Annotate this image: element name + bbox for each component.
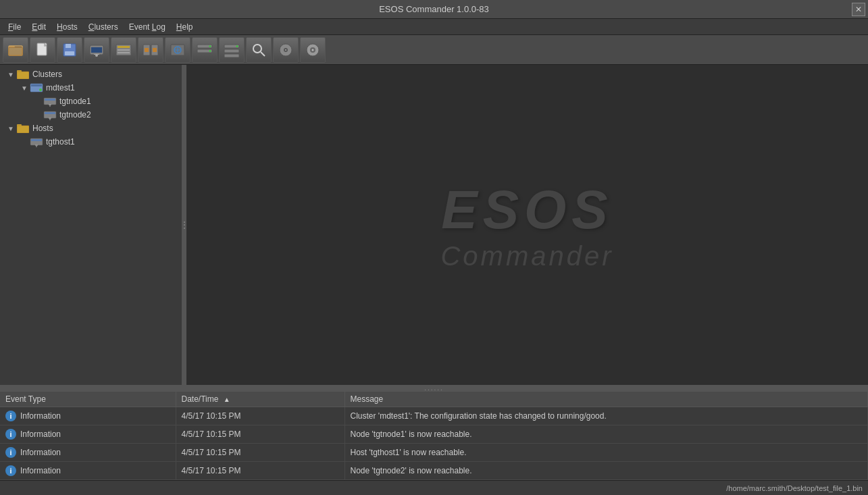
title-bar: ESOS Commander 1.0.0-83 ✕ (0, 0, 868, 19)
toolbar-btn-cluster[interactable] (192, 37, 218, 63)
event-type-cell-3: i Information (0, 444, 176, 462)
info-icon-2: i (5, 429, 16, 440)
toolbar-btn-config2[interactable] (138, 37, 163, 63)
event-message-4: Node 'tgtnode2' is now reachable. (344, 462, 868, 480)
close-button[interactable]: ✕ (852, 3, 865, 16)
title-bar-text: ESOS Commander 1.0.0-83 (379, 4, 489, 14)
event-row-2[interactable]: i Information 4/5/17 10:15 PMNode 'tgtno… (0, 425, 868, 444)
logo-panel: ESOS Commander (186, 65, 868, 385)
svg-rect-41 (17, 70, 22, 72)
tree-label-mdtest1: mdtest1 (46, 83, 75, 93)
event-message-2: Node 'tgtnode1' is now reachable. (344, 425, 868, 444)
svg-point-31 (236, 45, 238, 47)
event-datetime-3: 4/5/17 10:15 PM (176, 444, 344, 462)
event-message-3: Host 'tgthost1' is now reachable. (344, 444, 868, 462)
event-datetime-2: 4/5/17 10:15 PM (176, 425, 344, 444)
event-type-label-4: Information (20, 466, 61, 475)
logo-commander: Commander (440, 241, 613, 271)
event-message-1: Cluster 'mdtest1': The configuration sta… (344, 407, 868, 425)
event-type-label-1: Information (20, 411, 61, 421)
svg-rect-54 (17, 126, 29, 133)
event-datetime-1: 4/5/17 10:15 PM (176, 407, 344, 425)
svg-rect-55 (17, 124, 22, 126)
tree-label-tgthost1: tgthost1 (46, 137, 75, 147)
svg-rect-11 (94, 54, 99, 55)
event-type-cell-1: i Information (0, 407, 176, 425)
logo-container: ESOS Commander (440, 179, 613, 271)
menu-event-log[interactable]: Event Log (124, 21, 171, 33)
tree-node-clusters[interactable]: ▼ Clusters (0, 68, 182, 81)
tree-node-hosts[interactable]: ▼ Hosts (0, 122, 182, 135)
event-row-4[interactable]: i Information 4/5/17 10:15 PMNode 'tgtno… (0, 462, 868, 480)
node-icon-tgtnode1 (43, 96, 57, 107)
folder-icon-clusters (16, 69, 30, 80)
toolbar-btn-network[interactable] (165, 37, 190, 63)
logo-esos: ESOS (441, 179, 613, 241)
svg-rect-7 (65, 51, 74, 55)
event-table-header: Event Type Date/Time ▲ Message (0, 392, 868, 407)
col-header-datetime[interactable]: Date/Time ▲ (176, 392, 344, 407)
status-bar: /home/marc.smith/Desktop/test_file_1.bin (0, 480, 868, 495)
toolbar-btn-connect[interactable] (219, 37, 245, 63)
tree-label-tgtnode2: tgtnode2 (59, 110, 91, 120)
toolbar-btn-save[interactable] (57, 37, 82, 63)
tree-arrow-hosts: ▼ (5, 123, 16, 134)
svg-point-27 (209, 50, 211, 52)
event-row-1[interactable]: i Information 4/5/17 10:15 PMCluster 'md… (0, 407, 868, 425)
toolbar-btn-optical[interactable] (300, 37, 326, 63)
svg-rect-40 (17, 72, 29, 79)
toolbar-btn-open[interactable] (3, 37, 28, 63)
tree-node-tgtnode2[interactable]: ▶ tgtnode2 (0, 108, 182, 122)
svg-point-32 (253, 45, 261, 53)
main-content: ▼ Clusters ▼ (0, 65, 868, 480)
menu-file[interactable]: File (3, 21, 26, 33)
col-header-message[interactable]: Message (344, 392, 868, 407)
folder-icon-hosts (16, 123, 30, 134)
toolbar-btn-new[interactable] (30, 37, 55, 63)
menu-help[interactable]: Help (171, 21, 199, 33)
svg-rect-51 (45, 112, 55, 114)
tree-label-hosts: Hosts (32, 124, 53, 133)
tree-arrow-mdtest1: ▼ (19, 82, 30, 93)
info-icon-1: i (5, 411, 16, 421)
tree-panel: ▼ Clusters ▼ (0, 65, 182, 385)
toolbar-btn-config1[interactable] (111, 37, 136, 63)
event-type-label-3: Information (20, 448, 61, 457)
svg-rect-44 (31, 84, 42, 86)
splitter-handle[interactable] (0, 385, 868, 390)
tree-arrow-clusters: ▼ (5, 69, 16, 80)
svg-rect-18 (145, 48, 149, 52)
event-type-label-2: Information (20, 429, 61, 439)
svg-rect-14 (118, 49, 130, 51)
event-log-body: i Information 4/5/17 10:15 PMCluster 'md… (0, 407, 868, 480)
tree-node-tgtnode1[interactable]: ▶ tgtnode1 (0, 95, 182, 108)
svg-rect-9 (91, 47, 102, 53)
svg-rect-15 (118, 52, 130, 53)
toolbar-btn-disk[interactable] (273, 37, 299, 63)
tree-node-tgthost1[interactable]: ▶ tgthost1 (0, 135, 182, 149)
event-type-cell-2: i Information (0, 425, 176, 444)
info-icon-4: i (5, 465, 16, 476)
cluster-icon-mdtest1 (30, 82, 43, 93)
svg-rect-2 (9, 47, 22, 55)
info-icon-3: i (5, 447, 16, 458)
tree-label-clusters: Clusters (32, 70, 62, 79)
menu-bar: File Edit Hosts Clusters Event Log Help (0, 19, 868, 35)
svg-point-36 (285, 49, 286, 51)
menu-hosts[interactable]: Hosts (51, 21, 83, 33)
menu-clusters[interactable]: Clusters (83, 21, 124, 33)
toolbar-btn-search[interactable] (246, 37, 272, 63)
svg-point-39 (312, 49, 314, 51)
event-datetime-4: 4/5/17 10:15 PM (176, 462, 344, 480)
toolbar-btn-host[interactable] (84, 37, 109, 63)
event-row-3[interactable]: i Information 4/5/17 10:15 PMHost 'tgtho… (0, 444, 868, 462)
svg-rect-30 (224, 54, 239, 57)
tree-node-mdtest1[interactable]: ▼ mdtest1 (0, 81, 182, 95)
svg-rect-47 (45, 99, 55, 101)
col-header-event-type[interactable]: Event Type (0, 392, 176, 407)
node-icon-tgtnode2 (43, 109, 57, 120)
menu-edit[interactable]: Edit (26, 21, 51, 33)
host-icon-tgthost1 (30, 136, 43, 147)
event-type-cell-4: i Information (0, 462, 176, 480)
svg-rect-29 (224, 49, 239, 53)
